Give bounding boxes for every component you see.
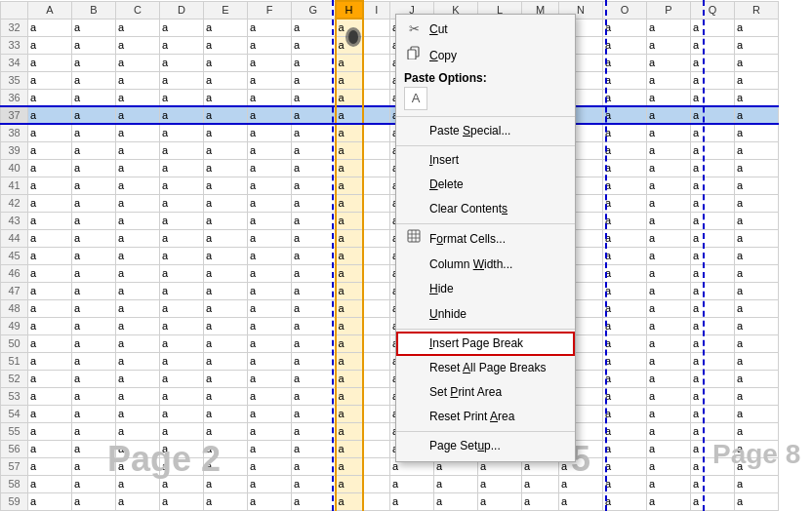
grid-cell[interactable]: a bbox=[248, 159, 292, 177]
grid-cell[interactable]: a bbox=[647, 71, 691, 89]
grid-cell[interactable]: a bbox=[336, 177, 363, 194]
grid-cell[interactable]: a bbox=[248, 89, 292, 106]
grid-cell[interactable]: a bbox=[72, 387, 116, 405]
grid-cell[interactable]: a bbox=[72, 492, 116, 510]
grid-cell[interactable]: a bbox=[336, 19, 363, 36]
grid-cell[interactable] bbox=[363, 19, 390, 36]
grid-cell[interactable]: a bbox=[160, 141, 204, 159]
col-header-c[interactable]: C bbox=[116, 1, 160, 19]
grid-cell[interactable]: a bbox=[691, 19, 735, 36]
grid-cell[interactable]: a bbox=[603, 247, 647, 264]
grid-cell[interactable]: a bbox=[735, 282, 779, 299]
grid-cell[interactable]: a bbox=[72, 282, 116, 299]
table-row[interactable]: 47aaaaaaaaaaaaaaaaa bbox=[1, 282, 779, 299]
grid-cell[interactable]: a bbox=[336, 247, 363, 264]
row-header-35[interactable]: 35 bbox=[1, 71, 28, 89]
grid-cell[interactable]: a bbox=[390, 492, 434, 510]
grid-cell[interactable] bbox=[363, 177, 390, 194]
grid-cell[interactable]: a bbox=[204, 282, 248, 299]
grid-cell[interactable]: a bbox=[248, 36, 292, 54]
grid-cell[interactable]: a bbox=[116, 89, 160, 106]
grid-cell[interactable]: a bbox=[292, 387, 336, 405]
grid-cell[interactable]: a bbox=[647, 141, 691, 159]
table-row[interactable]: 44aaaaaaaaaaaaaaaaa bbox=[1, 229, 779, 247]
table-row[interactable]: 41aaaaaaaaaaaaaaaaa bbox=[1, 177, 779, 194]
table-row[interactable]: 50aaaaaaaaaaaaaaaaa bbox=[1, 334, 779, 352]
grid-cell[interactable]: a bbox=[28, 54, 72, 71]
grid-cell[interactable]: a bbox=[603, 352, 647, 370]
menu-item-copy[interactable]: Copy bbox=[396, 43, 575, 69]
grid-cell[interactable]: a bbox=[116, 334, 160, 352]
grid-cell[interactable]: a bbox=[116, 317, 160, 334]
grid-cell[interactable] bbox=[363, 124, 390, 141]
grid-cell[interactable]: a bbox=[691, 405, 735, 422]
grid-cell[interactable]: a bbox=[72, 247, 116, 264]
grid-cell[interactable]: a bbox=[603, 194, 647, 212]
grid-cell[interactable]: a bbox=[204, 299, 248, 317]
grid-cell[interactable]: a bbox=[116, 475, 160, 492]
grid-cell[interactable]: a bbox=[735, 405, 779, 422]
grid-cell[interactable]: a bbox=[72, 264, 116, 282]
grid-cell[interactable]: a bbox=[691, 387, 735, 405]
grid-cell[interactable]: a bbox=[603, 475, 647, 492]
grid-cell[interactable]: a bbox=[160, 106, 204, 124]
grid-cell[interactable]: a bbox=[28, 299, 72, 317]
grid-cell[interactable]: a bbox=[647, 317, 691, 334]
grid-cell[interactable]: a bbox=[292, 36, 336, 54]
grid-cell[interactable]: a bbox=[336, 370, 363, 387]
grid-cell[interactable] bbox=[363, 141, 390, 159]
grid-cell[interactable]: a bbox=[292, 282, 336, 299]
row-header-42[interactable]: 42 bbox=[1, 194, 28, 212]
grid-cell[interactable]: a bbox=[292, 177, 336, 194]
grid-cell[interactable]: a bbox=[160, 194, 204, 212]
grid-cell[interactable]: a bbox=[603, 334, 647, 352]
grid-cell[interactable]: a bbox=[116, 264, 160, 282]
grid-cell[interactable]: a bbox=[603, 159, 647, 177]
grid-cell[interactable]: a bbox=[647, 19, 691, 36]
grid-cell[interactable]: a bbox=[28, 334, 72, 352]
grid-cell[interactable]: a bbox=[691, 370, 735, 387]
grid-cell[interactable]: a bbox=[603, 440, 647, 457]
grid-cell[interactable]: a bbox=[160, 212, 204, 229]
menu-item-reset-print-area[interactable]: Reset Print Area bbox=[396, 405, 575, 429]
menu-item-insert-page-break[interactable]: Insert Page Break bbox=[396, 332, 575, 356]
grid-cell[interactable]: a bbox=[735, 124, 779, 141]
grid-cell[interactable]: a bbox=[292, 440, 336, 457]
grid-cell[interactable]: a bbox=[28, 124, 72, 141]
grid-cell[interactable]: a bbox=[603, 124, 647, 141]
table-row[interactable]: 53aaaaaaaaaaaaaaaaa bbox=[1, 387, 779, 405]
grid-cell[interactable]: a bbox=[336, 71, 363, 89]
grid-cell[interactable]: a bbox=[204, 440, 248, 457]
grid-cell[interactable]: a bbox=[116, 370, 160, 387]
grid-cell[interactable]: a bbox=[116, 229, 160, 247]
col-header-e[interactable]: E bbox=[204, 1, 248, 19]
col-header-d[interactable]: D bbox=[160, 1, 204, 19]
grid-cell[interactable]: a bbox=[735, 229, 779, 247]
grid-cell[interactable]: a bbox=[735, 159, 779, 177]
grid-cell[interactable]: a bbox=[204, 212, 248, 229]
grid-cell[interactable]: a bbox=[336, 89, 363, 106]
grid-cell[interactable]: a bbox=[204, 247, 248, 264]
grid-cell[interactable]: a bbox=[735, 492, 779, 510]
grid-cell[interactable]: a bbox=[603, 229, 647, 247]
grid-cell[interactable]: a bbox=[204, 492, 248, 510]
grid-cell[interactable] bbox=[363, 264, 390, 282]
grid-cell[interactable]: a bbox=[72, 334, 116, 352]
grid-cell[interactable]: a bbox=[603, 177, 647, 194]
grid-cell[interactable]: a bbox=[248, 457, 292, 475]
grid-cell[interactable]: a bbox=[735, 299, 779, 317]
grid-cell[interactable]: a bbox=[248, 106, 292, 124]
table-row[interactable]: 34aaaaaaaaaaaaaaaaa bbox=[1, 54, 779, 71]
grid-cell[interactable]: a bbox=[72, 194, 116, 212]
grid-cell[interactable]: a bbox=[72, 475, 116, 492]
grid-cell[interactable]: a bbox=[336, 194, 363, 212]
grid-cell[interactable]: a bbox=[735, 317, 779, 334]
row-header-40[interactable]: 40 bbox=[1, 159, 28, 177]
grid-cell[interactable]: a bbox=[248, 229, 292, 247]
grid-cell[interactable]: a bbox=[647, 124, 691, 141]
grid-cell[interactable]: a bbox=[160, 457, 204, 475]
grid-cell[interactable]: a bbox=[28, 352, 72, 370]
table-row[interactable]: 35aaaaaaaaaaaaaaaaa bbox=[1, 71, 779, 89]
grid-cell[interactable]: a bbox=[116, 141, 160, 159]
grid-cell[interactable]: a bbox=[160, 19, 204, 36]
